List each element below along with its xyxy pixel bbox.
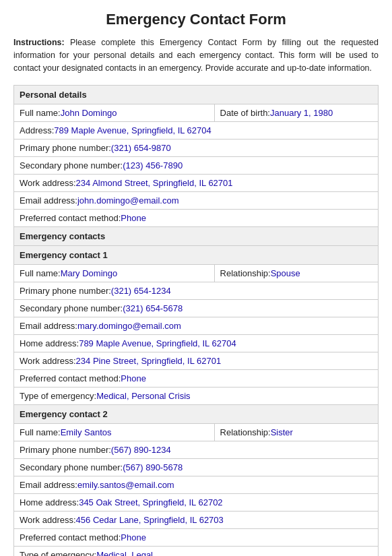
personal-details-header: Personal details xyxy=(14,86,379,104)
contact1-primary-phone-row: Primary phone number:(321) 654-1234 xyxy=(14,282,379,300)
contact2-home-address-row: Home address:345 Oak Street, Springfield… xyxy=(14,494,379,512)
personal-work-address-row: Work address:234 Almond Street, Springfi… xyxy=(14,175,379,192)
personal-address-label: Address: xyxy=(20,125,54,135)
contact2-secondary-phone-cell: Secondary phone number:(567) 890-5678 xyxy=(14,459,379,476)
contact1-header: Emergency contact 1 xyxy=(14,246,379,265)
contact2-work-address-cell: Work address:456 Cedar Lane, Springfield… xyxy=(14,512,379,529)
contact2-secondary-phone-label: Secondary phone number: xyxy=(20,462,123,472)
contact1-emergency-type-label: Type of emergency: xyxy=(20,391,96,401)
contact2-name-relationship-row: Full name:Emily Santos Relationship:Sist… xyxy=(14,424,379,441)
contact1-email-cell: Email address:mary.domingo@email.com xyxy=(14,317,379,335)
contact2-primary-phone-value: (567) 890-1234 xyxy=(111,445,171,455)
personal-primary-phone-row: Primary phone number:(321) 654-9870 xyxy=(14,140,379,157)
personal-contact-method-cell: Preferred contact method:Phone xyxy=(14,210,379,227)
personal-address-row: Address:789 Maple Avenue, Springfield, I… xyxy=(14,122,379,140)
personal-contact-method-value: Phone xyxy=(121,213,146,223)
contact2-home-address-cell: Home address:345 Oak Street, Springfield… xyxy=(14,494,379,512)
contact2-relationship-label: Relationship: xyxy=(220,427,271,437)
contact2-header-row: Emergency contact 2 xyxy=(14,405,379,424)
contact2-primary-phone-row: Primary phone number:(567) 890-1234 xyxy=(14,441,379,459)
contact2-email-value: emily.santos@email.com xyxy=(77,480,174,490)
contact1-home-address-label: Home address: xyxy=(20,338,79,348)
contact1-home-address-value: 789 Maple Avenue, Springfield, IL 62704 xyxy=(79,338,236,348)
contact2-fullname-cell: Full name:Emily Santos xyxy=(14,424,215,441)
personal-dob-label: Date of birth: xyxy=(220,108,270,118)
contact2-email-label: Email address: xyxy=(20,480,77,490)
contact2-fullname-value: Emily Santos xyxy=(61,427,112,437)
contact1-work-address-row: Work address:234 Pine Street, Springfiel… xyxy=(14,352,379,370)
contact1-work-address-label: Work address: xyxy=(20,356,76,366)
personal-dob-value: January 1, 1980 xyxy=(270,108,333,118)
contact2-secondary-phone-value: (567) 890-5678 xyxy=(123,462,183,472)
contact1-relationship-value: Spouse xyxy=(271,268,300,278)
contact1-secondary-phone-row: Secondary phone number:(321) 654-5678 xyxy=(14,300,379,317)
personal-work-address-cell: Work address:234 Almond Street, Springfi… xyxy=(14,175,379,192)
contact1-emergency-type-cell: Type of emergency:Medical, Personal Cris… xyxy=(14,388,379,405)
contact2-home-address-label: Home address: xyxy=(20,497,79,507)
contact1-fullname-value: Mary Domingo xyxy=(61,268,118,278)
emergency-contacts-header-row: Emergency contacts xyxy=(14,227,379,246)
contact1-email-row: Email address:mary.domingo@email.com xyxy=(14,317,379,335)
contact2-primary-phone-cell: Primary phone number:(567) 890-1234 xyxy=(14,441,379,459)
contact1-primary-phone-label: Primary phone number: xyxy=(20,286,111,296)
contact1-home-address-row: Home address:789 Maple Avenue, Springfie… xyxy=(14,335,379,352)
personal-address-value: 789 Maple Avenue, Springfield, IL 62704 xyxy=(54,125,211,135)
contact1-relationship-cell: Relationship:Spouse xyxy=(214,265,378,282)
contact1-primary-phone-value: (321) 654-1234 xyxy=(111,286,171,296)
contact1-name-relationship-row: Full name:Mary Domingo Relationship:Spou… xyxy=(14,265,379,282)
contact2-contact-method-row: Preferred contact method:Phone xyxy=(14,529,379,547)
personal-contact-method-label: Preferred contact method: xyxy=(20,213,121,223)
contact1-contact-method-value: Phone xyxy=(121,373,146,383)
contact1-emergency-type-value: Medical, Personal Crisis xyxy=(96,391,190,401)
contact1-fullname-label: Full name: xyxy=(20,268,61,278)
contact2-work-address-row: Work address:456 Cedar Lane, Springfield… xyxy=(14,512,379,529)
contact2-relationship-cell: Relationship:Sister xyxy=(214,424,378,441)
personal-fullname-value: John Domingo xyxy=(61,108,117,118)
contact2-primary-phone-label: Primary phone number: xyxy=(20,445,111,455)
page-title: Emergency Contact Form xyxy=(13,11,379,28)
contact1-fullname-cell: Full name:Mary Domingo xyxy=(14,265,215,282)
contact2-email-row: Email address:emily.santos@email.com xyxy=(14,476,379,494)
personal-secondary-phone-row: Secondary phone number:(123) 456-7890 xyxy=(14,157,379,175)
contact2-contact-method-label: Preferred contact method: xyxy=(20,532,121,543)
contact2-emergency-type-value: Medical, Legal xyxy=(96,550,153,556)
personal-secondary-phone-cell: Secondary phone number:(123) 456-7890 xyxy=(14,157,379,175)
contact2-header: Emergency contact 2 xyxy=(14,405,379,424)
contact2-contact-method-cell: Preferred contact method:Phone xyxy=(14,529,379,547)
contact1-email-label: Email address: xyxy=(20,321,77,331)
contact1-contact-method-cell: Preferred contact method:Phone xyxy=(14,370,379,388)
personal-dob-cell: Date of birth:January 1, 1980 xyxy=(214,104,378,122)
contact1-work-address-value: 234 Pine Street, Springfield, IL 62701 xyxy=(76,356,222,366)
contact1-contact-method-row: Preferred contact method:Phone xyxy=(14,370,379,388)
contact1-work-address-cell: Work address:234 Pine Street, Springfiel… xyxy=(14,352,379,370)
personal-primary-phone-value: (321) 654-9870 xyxy=(111,143,171,153)
personal-primary-phone-label: Primary phone number: xyxy=(20,143,111,153)
personal-fullname-cell: Full name:John Domingo xyxy=(14,104,215,122)
contact1-header-row: Emergency contact 1 xyxy=(14,246,379,265)
personal-secondary-phone-label: Secondary phone number: xyxy=(20,160,123,171)
personal-email-value: john.domingo@email.com xyxy=(77,195,179,206)
contact2-fullname-label: Full name: xyxy=(20,427,61,437)
contact2-emergency-type-row: Type of emergency:Medical, Legal xyxy=(14,547,379,556)
personal-contact-method-row: Preferred contact method:Phone xyxy=(14,210,379,227)
personal-fullname-label: Full name: xyxy=(20,108,61,118)
personal-secondary-phone-value: (123) 456-7890 xyxy=(123,160,183,171)
contact1-contact-method-label: Preferred contact method: xyxy=(20,373,121,383)
personal-email-label: Email address: xyxy=(20,195,77,206)
contact1-primary-phone-cell: Primary phone number:(321) 654-1234 xyxy=(14,282,379,300)
contact1-secondary-phone-value: (321) 654-5678 xyxy=(123,303,183,313)
contact2-emergency-type-cell: Type of emergency:Medical, Legal xyxy=(14,547,379,556)
personal-work-address-label: Work address: xyxy=(20,178,76,188)
personal-primary-phone-cell: Primary phone number:(321) 654-9870 xyxy=(14,140,379,157)
contact2-work-address-label: Work address: xyxy=(20,515,76,525)
contact2-email-cell: Email address:emily.santos@email.com xyxy=(14,476,379,494)
contact2-emergency-type-label: Type of emergency: xyxy=(20,550,96,556)
contact2-relationship-value: Sister xyxy=(271,427,293,437)
contact1-home-address-cell: Home address:789 Maple Avenue, Springfie… xyxy=(14,335,379,352)
contact1-emergency-type-row: Type of emergency:Medical, Personal Cris… xyxy=(14,388,379,405)
instructions: Instructions: Please complete this Emerg… xyxy=(13,36,379,74)
contact1-secondary-phone-label: Secondary phone number: xyxy=(20,303,123,313)
personal-email-cell: Email address:john.domingo@email.com xyxy=(14,192,379,210)
contact2-home-address-value: 345 Oak Street, Springfield, IL 62702 xyxy=(79,497,222,507)
emergency-contacts-header: Emergency contacts xyxy=(14,227,379,246)
